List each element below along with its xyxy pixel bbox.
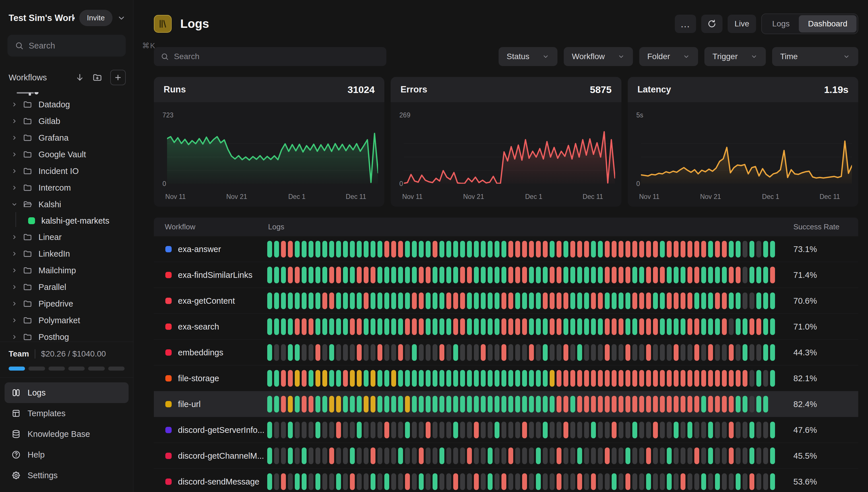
chevron-right-icon[interactable] <box>11 317 18 324</box>
log-status-bar[interactable] <box>302 370 306 387</box>
log-status-bar[interactable] <box>564 267 568 283</box>
log-status-bar[interactable] <box>329 344 334 361</box>
log-status-bar[interactable] <box>605 344 610 361</box>
table-row-embeddings[interactable]: embeddings44.3% <box>154 339 858 365</box>
log-status-bar[interactable] <box>556 293 562 309</box>
log-status-bar[interactable] <box>432 293 438 309</box>
log-status-bar[interactable] <box>757 293 761 309</box>
log-status-bar[interactable] <box>488 396 493 413</box>
log-status-bar[interactable] <box>625 370 630 387</box>
log-status-bar[interactable] <box>364 422 369 438</box>
log-status-bar[interactable] <box>550 422 554 438</box>
log-status-bar[interactable] <box>529 241 534 257</box>
log-status-bar[interactable] <box>556 318 562 335</box>
log-status-bar[interactable] <box>308 396 314 413</box>
log-status-bar[interactable] <box>281 267 286 283</box>
log-status-bar[interactable] <box>357 396 362 413</box>
log-status-bar[interactable] <box>488 318 493 335</box>
log-status-bar[interactable] <box>343 267 348 283</box>
log-status-bar[interactable] <box>336 473 341 490</box>
log-status-bar[interactable] <box>625 396 630 413</box>
log-status-bar[interactable] <box>385 293 389 309</box>
log-status-bar[interactable] <box>749 396 754 413</box>
log-status-bar[interactable] <box>515 241 520 257</box>
log-status-bar[interactable] <box>501 396 506 413</box>
log-status-bar[interactable] <box>385 422 389 438</box>
log-status-bar[interactable] <box>612 422 617 438</box>
log-status-bar[interactable] <box>364 473 369 490</box>
log-status-bar[interactable] <box>412 293 417 309</box>
log-status-bar[interactable] <box>267 241 272 257</box>
log-status-bar[interactable] <box>281 422 286 438</box>
log-status-bar[interactable] <box>357 293 362 309</box>
log-status-bar[interactable] <box>550 370 554 387</box>
log-status-bar[interactable] <box>625 344 630 361</box>
log-status-bar[interactable] <box>295 370 300 387</box>
log-status-bar[interactable] <box>536 422 541 438</box>
log-status-bar[interactable] <box>364 267 369 283</box>
log-status-bar[interactable] <box>501 293 506 309</box>
log-status-bar[interactable] <box>419 473 424 490</box>
log-status-bar[interactable] <box>501 267 506 283</box>
log-status-bar[interactable] <box>584 370 589 387</box>
log-status-bar[interactable] <box>633 293 637 309</box>
log-status-bar[interactable] <box>515 318 520 335</box>
log-status-bar[interactable] <box>633 344 637 361</box>
log-status-bar[interactable] <box>536 447 541 464</box>
log-status-bar[interactable] <box>701 447 706 464</box>
log-status-bar[interactable] <box>453 293 458 309</box>
log-status-bar[interactable] <box>515 447 520 464</box>
log-status-bar[interactable] <box>701 473 706 490</box>
chevron-right-icon[interactable] <box>11 101 18 108</box>
log-status-bar[interactable] <box>715 241 720 257</box>
chevron-right-icon[interactable] <box>11 151 18 158</box>
log-status-bar[interactable] <box>343 293 348 309</box>
log-status-bar[interactable] <box>770 447 775 464</box>
log-status-bar[interactable] <box>474 396 479 413</box>
log-status-bar[interactable] <box>591 318 596 335</box>
log-status-bar[interactable] <box>708 473 713 490</box>
log-status-bar[interactable] <box>364 447 369 464</box>
log-status-bar[interactable] <box>694 293 699 309</box>
log-status-bar[interactable] <box>481 241 486 257</box>
log-status-bar[interactable] <box>639 473 644 490</box>
log-status-bar[interactable] <box>619 370 623 387</box>
live-button[interactable]: Live <box>728 15 756 33</box>
log-status-bar[interactable] <box>336 370 341 387</box>
log-status-bar[interactable] <box>612 318 617 335</box>
log-status-bar[interactable] <box>653 447 658 464</box>
log-status-bar[interactable] <box>336 241 341 257</box>
log-status-bar[interactable] <box>474 422 479 438</box>
log-status-bar[interactable] <box>694 241 699 257</box>
log-status-bar[interactable] <box>625 241 630 257</box>
log-status-bar[interactable] <box>295 447 300 464</box>
log-status-bar[interactable] <box>357 422 362 438</box>
log-status-bar[interactable] <box>288 422 293 438</box>
log-status-bar[interactable] <box>598 473 603 490</box>
log-status-bar[interactable] <box>350 241 355 257</box>
log-status-bar[interactable] <box>515 370 520 387</box>
log-status-bar[interactable] <box>653 473 658 490</box>
log-status-bar[interactable] <box>377 241 382 257</box>
log-status-bar[interactable] <box>281 241 286 257</box>
log-status-bar[interactable] <box>481 267 486 283</box>
log-status-bar[interactable] <box>364 293 369 309</box>
log-status-bar[interactable] <box>584 447 589 464</box>
log-status-bar[interactable] <box>633 396 637 413</box>
log-status-bar[interactable] <box>288 293 293 309</box>
log-status-bar[interactable] <box>364 344 369 361</box>
log-status-bar[interactable] <box>584 241 589 257</box>
log-status-bar[interactable] <box>474 293 479 309</box>
log-status-bar[interactable] <box>701 293 706 309</box>
log-status-bar[interactable] <box>302 293 306 309</box>
log-status-bar[interactable] <box>308 241 314 257</box>
log-status-bar[interactable] <box>625 447 630 464</box>
log-status-bar[interactable] <box>377 473 382 490</box>
log-status-bar[interactable] <box>591 293 596 309</box>
log-status-bar[interactable] <box>646 473 651 490</box>
log-status-bar[interactable] <box>405 344 410 361</box>
log-status-bar[interactable] <box>281 344 286 361</box>
log-status-bar[interactable] <box>612 473 617 490</box>
log-status-bar[interactable] <box>701 344 706 361</box>
sidebar-item-templates[interactable]: Templates <box>5 403 129 424</box>
